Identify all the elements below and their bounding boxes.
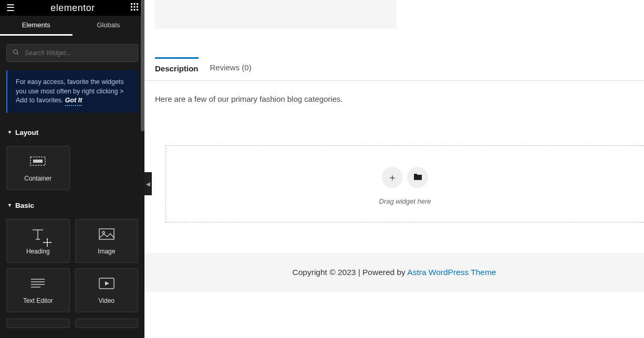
chevron-left-icon: ◀: [146, 181, 150, 187]
elementor-sidebar: ☰ elementor Elements Globals For easy ac…: [0, 0, 144, 338]
canvas: Description Reviews (0) Here are a few o…: [144, 0, 644, 338]
footer-copyright: Copyright © 2023 | Powered by: [293, 268, 408, 277]
footer-theme-link[interactable]: Astra WordPress Theme: [407, 268, 496, 277]
widget-container-label: Container: [24, 175, 51, 182]
svg-point-9: [14, 50, 18, 54]
widget-image[interactable]: Image: [75, 219, 139, 263]
search-input[interactable]: [6, 44, 138, 62]
svg-rect-13: [99, 229, 114, 239]
sidebar-scrollbar[interactable]: [141, 0, 144, 338]
svg-rect-6: [131, 9, 132, 10]
template-library-button[interactable]: [407, 167, 428, 188]
widget-heading-label: Heading: [26, 248, 50, 255]
caret-down-icon: ▼: [7, 130, 12, 135]
svg-rect-2: [137, 3, 138, 5]
widget-image-label: Image: [98, 248, 115, 255]
basic-widgets-row3: [0, 319, 144, 334]
widget-text-editor[interactable]: Text Editor: [6, 268, 70, 312]
widget-text-editor-label: Text Editor: [23, 297, 53, 304]
widget-heading[interactable]: Heading: [6, 219, 70, 263]
text-editor-icon: [30, 276, 46, 291]
heading-icon: [30, 227, 45, 241]
container-icon: [30, 154, 46, 168]
elementor-logo: elementor: [50, 3, 95, 14]
tab-globals[interactable]: Globals: [72, 16, 145, 36]
layout-widgets: Container: [0, 142, 144, 196]
svg-rect-0: [131, 3, 132, 5]
svg-point-14: [102, 231, 105, 234]
svg-rect-1: [133, 3, 135, 5]
svg-rect-4: [133, 6, 135, 8]
menu-icon[interactable]: ☰: [6, 2, 15, 14]
sidebar-header: ☰ elementor: [0, 0, 144, 16]
got-it-link[interactable]: Got It: [65, 97, 82, 106]
add-section-button[interactable]: ＋: [382, 167, 403, 188]
tab-reviews[interactable]: Reviews (0): [210, 58, 252, 80]
svg-rect-5: [137, 6, 138, 8]
product-tabs: Description Reviews (0): [144, 58, 644, 81]
basic-widgets: Heading Image Text Editor Video: [0, 215, 144, 319]
svg-rect-3: [131, 6, 132, 8]
folder-icon: [413, 172, 422, 183]
section-basic-label: Basic: [15, 202, 34, 209]
section-basic-header[interactable]: ▼ Basic: [0, 196, 144, 215]
svg-rect-12: [33, 160, 43, 163]
tab-description[interactable]: Description: [155, 57, 199, 80]
widget-video[interactable]: Video: [75, 268, 139, 312]
widget-dropzone[interactable]: ＋ Drag widget here: [165, 145, 644, 223]
video-icon: [99, 276, 115, 291]
dropzone-text: Drag widget here: [176, 197, 633, 205]
svg-line-10: [17, 53, 18, 55]
widget-partial-2[interactable]: [75, 319, 139, 328]
caret-down-icon: ▼: [7, 203, 12, 208]
sidebar-tabs: Elements Globals: [0, 16, 144, 36]
image-icon: [99, 227, 115, 241]
tab-elements[interactable]: Elements: [0, 16, 72, 36]
apps-icon[interactable]: [131, 3, 138, 13]
svg-rect-7: [133, 9, 135, 10]
product-description: Here are a few of our primary fashion bl…: [144, 81, 644, 145]
svg-rect-8: [137, 9, 138, 10]
widget-video-label: Video: [99, 297, 115, 304]
favorites-tip: For easy access, favorite the widgets yo…: [6, 70, 138, 113]
footer: Copyright © 2023 | Powered by Astra Word…: [144, 253, 644, 292]
widget-partial-1[interactable]: [6, 319, 70, 328]
dropzone-buttons: ＋: [176, 167, 633, 188]
section-layout-header[interactable]: ▼ Layout: [0, 123, 144, 142]
sidebar-scrollbar-thumb[interactable]: [141, 0, 144, 131]
section-layout-label: Layout: [15, 129, 38, 136]
search-box: [6, 44, 138, 62]
collapse-handle[interactable]: ◀: [144, 172, 152, 195]
plus-icon: ＋: [388, 171, 397, 184]
widget-container[interactable]: Container: [6, 146, 70, 190]
product-image-placeholder: [155, 0, 397, 29]
search-icon: [13, 49, 19, 57]
